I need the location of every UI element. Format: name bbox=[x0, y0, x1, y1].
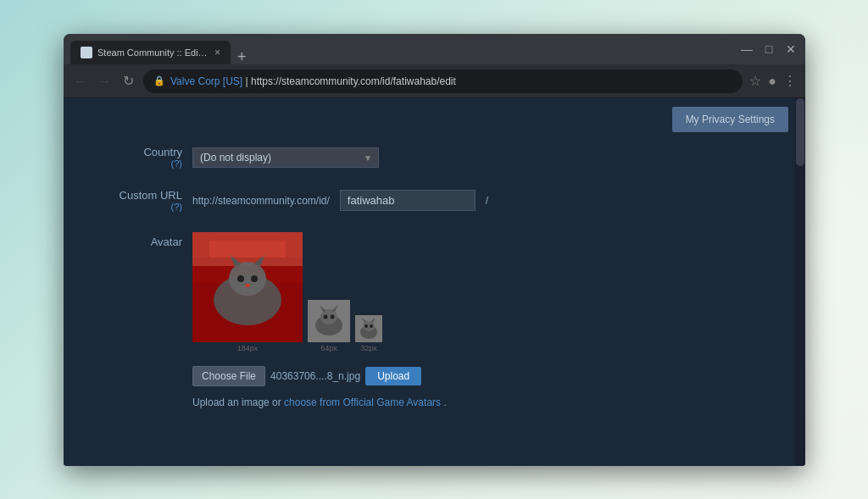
svg-rect-11 bbox=[209, 241, 286, 258]
custom-url-row: Custom URL (?) http://steamcommunity.com… bbox=[81, 189, 788, 212]
forward-button[interactable]: → bbox=[96, 74, 113, 89]
avatar-small-item: 32px bbox=[355, 315, 382, 352]
avatar-large bbox=[192, 232, 303, 342]
window-controls: — □ ✕ bbox=[739, 42, 798, 56]
minimize-button[interactable]: — bbox=[739, 42, 754, 56]
scrollbar-thumb[interactable] bbox=[796, 98, 804, 166]
tab-favicon: S bbox=[81, 47, 92, 58]
avatar-small-image bbox=[355, 315, 382, 342]
upload-row: Choose File 40363706....8_n.jpg Upload bbox=[192, 366, 788, 386]
account-icon[interactable]: ● bbox=[768, 74, 776, 89]
choose-file-button[interactable]: Choose File bbox=[192, 366, 265, 386]
avatar-medium-item: 64px bbox=[308, 300, 350, 352]
maximize-button[interactable]: □ bbox=[761, 42, 776, 56]
country-select-wrap: (Do not display) ▼ bbox=[192, 147, 379, 168]
country-label-group: Country (?) bbox=[81, 146, 182, 169]
file-name: 40363706....8_n.jpg bbox=[270, 370, 360, 382]
custom-url-label: Custom URL bbox=[81, 189, 182, 202]
upload-hint-text: Upload an image or bbox=[192, 396, 284, 408]
privacy-settings-button[interactable]: My Privacy Settings bbox=[672, 107, 788, 132]
avatar-small-size-label: 32px bbox=[360, 344, 377, 352]
avatar-large-image bbox=[192, 232, 303, 342]
active-tab[interactable]: S Steam Community :: Edit Profile × bbox=[70, 41, 231, 64]
avatar-images: 184px bbox=[192, 232, 382, 352]
lock-icon: 🔒 bbox=[153, 75, 165, 86]
svg-point-17 bbox=[324, 315, 328, 319]
avatar-small bbox=[355, 315, 382, 342]
avatar-large-size-label: 184px bbox=[237, 344, 259, 352]
country-help-link[interactable]: (?) bbox=[171, 158, 182, 169]
corp-text: Valve Corp [US] bbox=[170, 75, 242, 87]
address-input[interactable]: 🔒 Valve Corp [US] | https://steamcommuni… bbox=[143, 69, 743, 93]
svg-point-24 bbox=[364, 324, 368, 328]
avatar-medium-size-label: 64px bbox=[320, 344, 337, 352]
address-bar: ← → ↻ 🔒 Valve Corp [US] | https://steamc… bbox=[64, 64, 805, 98]
custom-url-help-link[interactable]: (?) bbox=[171, 202, 182, 212]
avatar-large-item: 184px bbox=[192, 232, 303, 352]
avatar-row: Avatar bbox=[81, 232, 788, 352]
address-text: Valve Corp [US] | https://steamcommunity… bbox=[170, 75, 456, 87]
avatar-medium bbox=[308, 300, 350, 342]
tab-close-button[interactable]: × bbox=[214, 47, 220, 58]
title-bar: S Steam Community :: Edit Profile × + — … bbox=[64, 34, 805, 64]
back-button[interactable]: ← bbox=[72, 74, 89, 89]
url-slash: / bbox=[486, 195, 488, 207]
avatar-medium-image bbox=[308, 300, 350, 342]
svg-point-25 bbox=[370, 324, 373, 328]
main-area: My Privacy Settings Country (?) (Do not … bbox=[64, 98, 805, 466]
svg-point-4 bbox=[229, 262, 266, 296]
svg-point-7 bbox=[237, 275, 244, 282]
toolbar-icons: ☆ ● ⋮ bbox=[749, 73, 797, 89]
tab-title: Steam Community :: Edit Profile bbox=[97, 47, 208, 58]
custom-url-label-group: Custom URL (?) bbox=[81, 189, 182, 212]
upload-hint-period: . bbox=[443, 396, 446, 408]
official-avatars-link[interactable]: choose from Official Game Avatars bbox=[284, 396, 441, 408]
svg-point-9 bbox=[245, 284, 250, 287]
custom-url-input[interactable] bbox=[340, 190, 476, 211]
country-label: Country bbox=[81, 146, 182, 158]
tab-area: S Steam Community :: Edit Profile × + bbox=[70, 34, 739, 64]
page-content: My Privacy Settings Country (?) (Do not … bbox=[64, 98, 805, 466]
reload-button[interactable]: ↻ bbox=[120, 73, 136, 89]
avatar-label: Avatar bbox=[81, 232, 182, 248]
country-row: Country (?) (Do not display) ▼ bbox=[81, 146, 788, 169]
svg-point-18 bbox=[331, 315, 335, 319]
browser-window: S Steam Community :: Edit Profile × + — … bbox=[64, 34, 805, 466]
privacy-btn-row: My Privacy Settings bbox=[81, 107, 788, 132]
upload-hint: Upload an image or choose from Official … bbox=[192, 396, 788, 408]
url-prefix: http://steamcommunity.com/id/ bbox=[192, 195, 330, 207]
country-select[interactable]: (Do not display) bbox=[192, 147, 379, 168]
svg-point-8 bbox=[251, 275, 258, 282]
upload-button[interactable]: Upload bbox=[365, 367, 421, 385]
address-url: https://steamcommunity.com/id/fatiwahab/… bbox=[251, 75, 456, 87]
bookmark-icon[interactable]: ☆ bbox=[749, 73, 761, 89]
scrollbar-track[interactable] bbox=[795, 98, 805, 466]
menu-icon[interactable]: ⋮ bbox=[783, 73, 797, 89]
close-window-button[interactable]: ✕ bbox=[783, 42, 798, 56]
new-tab-button[interactable]: + bbox=[237, 49, 247, 64]
